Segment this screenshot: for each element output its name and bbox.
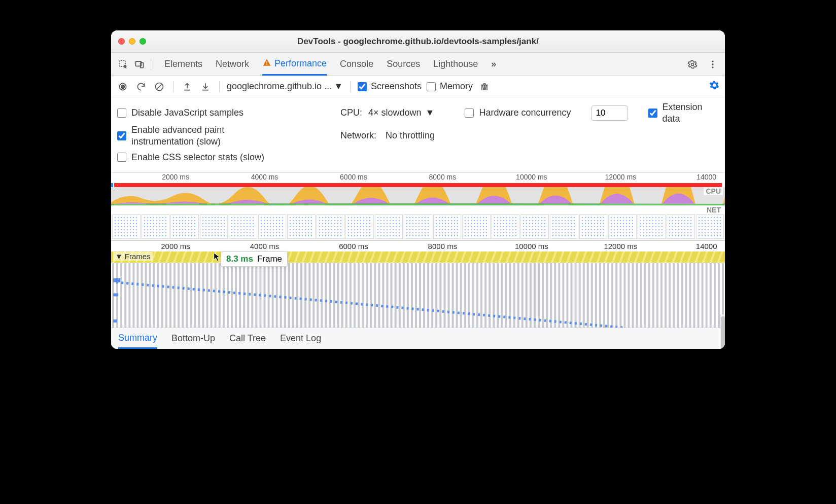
- cpu-activity-chart: CPU: [111, 187, 725, 205]
- tab-call-tree[interactable]: Call Tree: [229, 328, 266, 349]
- extension-data-input[interactable]: [648, 109, 657, 118]
- divider: [151, 59, 151, 70]
- download-profile-icon[interactable]: [199, 80, 212, 93]
- ruler-tick: 6000 ms: [339, 242, 368, 250]
- cpu-throttling-dropdown[interactable]: 4× slowdown ▼: [368, 107, 434, 118]
- tab-summary[interactable]: Summary: [118, 328, 157, 349]
- screenshots-checkbox-input[interactable]: [358, 82, 367, 91]
- screenshots-label: Screenshots: [371, 81, 422, 92]
- chevron-down-icon: ▼: [334, 81, 343, 92]
- svg-rect-4: [266, 64, 267, 65]
- screenshot-thumb[interactable]: [229, 214, 257, 239]
- inspect-element-icon[interactable]: [116, 57, 130, 71]
- frames-track-header[interactable]: ▼ Frames: [111, 251, 725, 263]
- recording-selector-dropdown[interactable]: googlechrome.github.io ... ▼: [227, 81, 343, 92]
- disable-js-samples-label: Disable JavaScript samples: [131, 107, 243, 119]
- screenshot-filmstrip[interactable]: [111, 213, 725, 240]
- screenshots-checkbox[interactable]: Screenshots: [358, 81, 422, 92]
- screenshot-thumb[interactable]: [492, 214, 520, 239]
- reload-record-button[interactable]: [134, 80, 148, 93]
- css-selector-stats-label: Enable CSS selector stats (slow): [131, 152, 264, 163]
- svg-point-6: [712, 60, 713, 62]
- tab-elements[interactable]: Elements: [164, 53, 202, 76]
- ruler-tick: 10000 ms: [515, 242, 548, 250]
- svg-rect-3: [266, 61, 267, 63]
- tabstrip-right: [685, 57, 720, 71]
- clear-button[interactable]: [153, 80, 166, 93]
- screenshot-thumb[interactable]: [317, 214, 345, 239]
- capture-settings-gear-icon[interactable]: [709, 80, 720, 93]
- screenshot-thumb[interactable]: [142, 214, 170, 239]
- advanced-paint-input[interactable]: [117, 131, 126, 140]
- tab-bottom-up[interactable]: Bottom-Up: [171, 328, 215, 349]
- extension-data-checkbox[interactable]: Extension data: [648, 101, 713, 124]
- svg-rect-14: [113, 319, 117, 322]
- hw-concurrency-input[interactable]: [465, 109, 474, 118]
- tab-console[interactable]: Console: [340, 53, 373, 76]
- screenshot-thumb[interactable]: [579, 214, 608, 239]
- frame-tooltip: 8.3 ms Frame: [221, 251, 288, 267]
- tab-network[interactable]: Network: [216, 53, 249, 76]
- cpu-label: CPU:: [340, 107, 362, 118]
- screenshot-thumb[interactable]: [375, 214, 403, 239]
- screenshot-thumb[interactable]: [638, 214, 666, 239]
- svg-point-8: [712, 66, 713, 68]
- memory-checkbox-input[interactable]: [427, 82, 436, 91]
- overview-ruler: 2000 ms 4000 ms 6000 ms 8000 ms 10000 ms…: [111, 173, 725, 183]
- close-window-button[interactable]: [118, 38, 125, 45]
- screenshot-thumb[interactable]: [462, 214, 491, 239]
- disable-js-samples-checkbox[interactable]: Disable JavaScript samples: [117, 107, 320, 119]
- advanced-paint-checkbox[interactable]: Enable advanced paint instrumentation (s…: [117, 124, 320, 147]
- kebab-menu-icon[interactable]: [706, 57, 720, 71]
- settings-gear-icon[interactable]: [685, 57, 700, 71]
- screenshot-thumb[interactable]: [258, 214, 287, 239]
- frames-waterfall[interactable]: [111, 263, 725, 328]
- screenshot-thumb[interactable]: [550, 214, 578, 239]
- screenshot-thumb[interactable]: [520, 214, 549, 239]
- screenshot-thumb[interactable]: [112, 214, 141, 239]
- scrollbar-thumb[interactable]: [721, 316, 725, 349]
- device-toolbar-icon[interactable]: [132, 57, 147, 71]
- flamechart-scrollbar[interactable]: [720, 314, 725, 349]
- tab-sources[interactable]: Sources: [387, 53, 420, 76]
- screenshot-thumb[interactable]: [433, 214, 462, 239]
- flamechart-panel[interactable]: 2000 ms 4000 ms 6000 ms 8000 ms 10000 ms…: [111, 240, 725, 328]
- screenshot-thumb[interactable]: [404, 214, 432, 239]
- network-label: Network:: [340, 130, 376, 141]
- traffic-lights: [118, 38, 146, 45]
- svg-rect-13: [113, 294, 118, 297]
- hw-concurrency-value-input[interactable]: [591, 105, 628, 121]
- net-activity-row: NET: [111, 205, 725, 213]
- tab-performance-label: Performance: [274, 58, 327, 69]
- frames-track-label[interactable]: ▼ Frames: [113, 252, 153, 261]
- mouse-cursor-icon: [214, 253, 221, 262]
- zoom-window-button[interactable]: [140, 38, 146, 45]
- screenshot-thumb[interactable]: [667, 214, 695, 239]
- screenshot-thumb[interactable]: [170, 214, 199, 239]
- ruler-tick: 12000 ms: [604, 242, 637, 250]
- screenshot-thumb[interactable]: [608, 214, 637, 239]
- titlebar: DevTools - googlechrome.github.io/devtoo…: [111, 30, 725, 53]
- screenshot-thumb[interactable]: [345, 214, 374, 239]
- css-selector-stats-checkbox[interactable]: Enable CSS selector stats (slow): [117, 152, 320, 163]
- tab-lighthouse[interactable]: Lighthouse: [433, 53, 478, 76]
- details-tabstrip: Summary Bottom-Up Call Tree Event Log: [111, 328, 725, 349]
- minimize-window-button[interactable]: [129, 38, 135, 45]
- record-button[interactable]: [116, 80, 129, 93]
- divider: [219, 81, 220, 92]
- tab-performance[interactable]: Performance: [262, 53, 327, 76]
- screenshot-thumb[interactable]: [696, 214, 724, 239]
- timeline-overview[interactable]: 2000 ms 4000 ms 6000 ms 8000 ms 10000 ms…: [111, 173, 725, 240]
- svg-point-5: [691, 63, 694, 65]
- collect-garbage-icon[interactable]: [478, 80, 491, 93]
- screenshot-thumb[interactable]: [287, 214, 316, 239]
- disable-js-samples-input[interactable]: [117, 109, 126, 118]
- memory-checkbox[interactable]: Memory: [427, 81, 473, 92]
- hardware-concurrency-checkbox[interactable]: Hardware concurrency: [465, 107, 571, 118]
- svg-point-7: [712, 63, 713, 65]
- screenshot-thumb[interactable]: [200, 214, 228, 239]
- tab-event-log[interactable]: Event Log: [280, 328, 321, 349]
- css-selector-stats-input[interactable]: [117, 153, 126, 162]
- upload-profile-icon[interactable]: [181, 80, 194, 93]
- tabs-overflow-icon[interactable]: »: [491, 53, 496, 76]
